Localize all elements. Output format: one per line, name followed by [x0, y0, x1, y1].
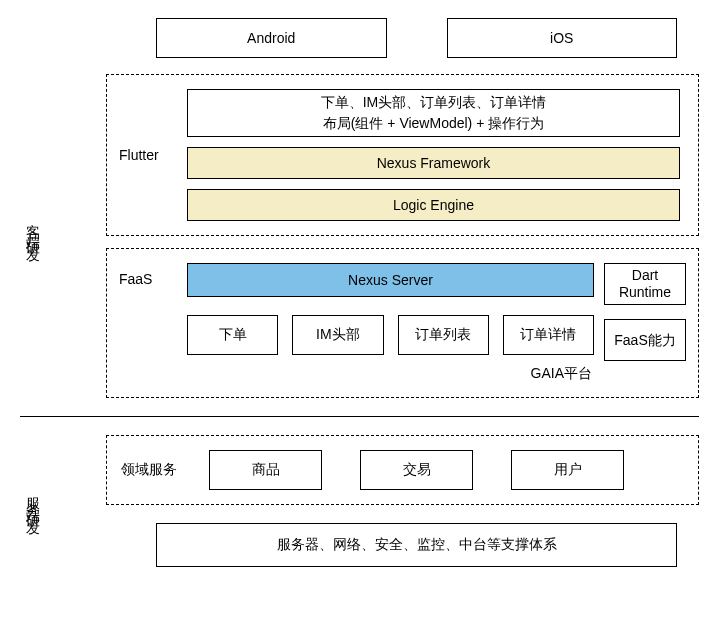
infra-box: 服务器、网络、安全、监控、中台等支撑体系	[156, 523, 677, 567]
module-order-detail: 订单详情	[503, 315, 594, 355]
dart-runtime-box: Dart Runtime	[604, 263, 686, 305]
ios-box: iOS	[447, 18, 678, 58]
nexus-server-box: Nexus Server	[187, 263, 594, 297]
faas-block: FaaS Nexus Server 下单 IM头部 订单列表 订单详情 GAIA…	[106, 248, 699, 398]
domain-trade: 交易	[360, 450, 473, 490]
domain-user: 用户	[511, 450, 624, 490]
flutter-block: Flutter 下单、IM头部、订单列表、订单详情 布局(组件 + ViewMo…	[106, 74, 699, 236]
module-order-list: 订单列表	[398, 315, 489, 355]
flutter-label: Flutter	[119, 147, 187, 163]
flutter-header-line2: 布局(组件 + ViewModel) + 操作行为	[323, 113, 544, 134]
module-im-header: IM头部	[292, 315, 383, 355]
faas-capability-box: FaaS能力	[604, 319, 686, 361]
client-side-label: 客户端研发	[20, 18, 46, 398]
flutter-header-line1: 下单、IM头部、订单列表、订单详情	[321, 92, 547, 113]
gaia-label: GAIA平台	[187, 365, 592, 383]
faas-label: FaaS	[119, 263, 187, 287]
platform-row: Android iOS	[156, 18, 677, 58]
module-order: 下单	[187, 315, 278, 355]
divider	[20, 416, 699, 417]
flutter-header: 下单、IM头部、订单列表、订单详情 布局(组件 + ViewModel) + 操…	[187, 89, 680, 137]
domain-block: 领域服务 商品 交易 用户	[106, 435, 699, 505]
server-side-label: 服务端研发	[20, 435, 46, 567]
logic-engine-box: Logic Engine	[187, 189, 680, 221]
domain-label: 领域服务	[121, 461, 209, 479]
domain-product: 商品	[209, 450, 322, 490]
android-box: Android	[156, 18, 387, 58]
faas-modules-row: 下单 IM头部 订单列表 订单详情	[187, 315, 594, 355]
nexus-framework-box: Nexus Framework	[187, 147, 680, 179]
